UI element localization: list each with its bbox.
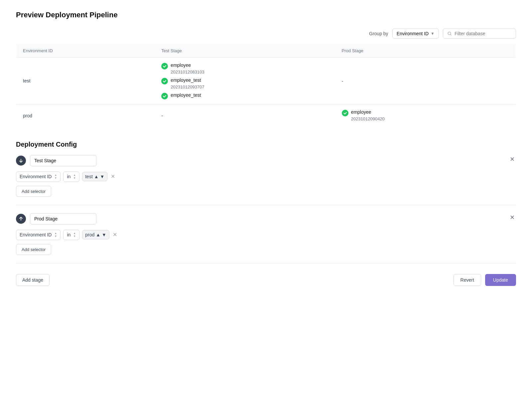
- selector-row-test: Environment ID ▲ ▼ in ▲ ▼ test ▲ ▼ ✕: [16, 172, 516, 182]
- action-buttons: Revert Update: [454, 274, 516, 286]
- filter-input[interactable]: [455, 31, 512, 36]
- env-id-cell: prod: [16, 104, 155, 127]
- table-row: test employee20231012083103 employee_tes…: [16, 58, 516, 104]
- operator-updown-icon: ▲ ▼: [73, 232, 76, 238]
- col-test-stage: Test Stage: [155, 44, 335, 58]
- stage-header-test: [16, 155, 516, 166]
- col-environment-id: Environment ID: [16, 44, 155, 58]
- stage-entry: employee20231012090420: [342, 109, 509, 122]
- check-circle-icon: [161, 78, 168, 84]
- add-selector-prod-button[interactable]: Add selector: [16, 244, 51, 255]
- prod-stage-cell: -: [335, 58, 516, 104]
- prod-stage-cell: employee20231012090420: [335, 104, 516, 127]
- check-circle-icon: [161, 63, 168, 69]
- stage-entry: employee20231012083103: [161, 62, 328, 75]
- value-tag-test[interactable]: test ▲ ▼: [82, 172, 107, 181]
- operator-label: in: [67, 232, 70, 237]
- add-selector-test-button[interactable]: Add selector: [16, 186, 51, 197]
- field-updown-icon: ▲ ▼: [54, 232, 57, 238]
- operator-selector-test[interactable]: in ▲ ▼: [63, 172, 79, 182]
- selector-row-prod: Environment ID ▲ ▼ in ▲ ▼ prod ▲ ▼ ✕: [16, 230, 516, 240]
- stage-name: employee_test: [171, 92, 201, 99]
- search-icon: [447, 31, 452, 36]
- page-title: Preview Deployment Pipeline: [16, 11, 516, 19]
- stage-down-icon-button[interactable]: [16, 156, 26, 166]
- svg-point-0: [448, 32, 451, 35]
- filter-input-wrap: [443, 29, 516, 39]
- value-label: test: [85, 174, 93, 179]
- operator-selector-prod[interactable]: in ▲ ▼: [63, 230, 79, 240]
- test-stage-cell: employee20231012083103 employee_test2023…: [155, 58, 335, 104]
- group-by-select[interactable]: Environment ID ▼: [392, 29, 439, 39]
- close-stage-test-button[interactable]: ✕: [508, 155, 516, 164]
- table-row: prod - employee20231012090420: [16, 104, 516, 127]
- stage-block-prod: ✕ Environment ID ▲ ▼ in ▲ ▼ prod: [16, 213, 516, 263]
- field-label: Environment ID: [20, 174, 52, 179]
- stage-block-test: ✕ Environment ID ▲ ▼ in ▲ ▼ test: [16, 155, 516, 205]
- stage-entry: employee_test20231012093707: [161, 77, 328, 90]
- value-label: prod: [85, 232, 94, 237]
- stage-name: employee20231012083103: [171, 62, 204, 75]
- remove-selector-prod-button[interactable]: ✕: [112, 232, 118, 237]
- add-stage-button[interactable]: Add stage: [16, 274, 50, 286]
- col-prod-stage: Prod Stage: [335, 44, 516, 58]
- section-title-deployment-config: Deployment Config: [16, 141, 516, 148]
- stage-name: employee20231012090420: [351, 109, 385, 122]
- check-circle-icon: [342, 110, 348, 116]
- field-selector-test[interactable]: Environment ID ▲ ▼: [16, 172, 61, 182]
- arrow-down-icon: [19, 158, 23, 163]
- revert-button[interactable]: Revert: [454, 274, 481, 286]
- arrow-up-icon: [19, 216, 23, 221]
- stage-up-icon-button[interactable]: [16, 214, 26, 224]
- stage-name: employee_test20231012093707: [171, 77, 204, 90]
- value-tag-prod[interactable]: prod ▲ ▼: [82, 230, 109, 239]
- remove-selector-test-button[interactable]: ✕: [110, 174, 116, 179]
- stage-header-prod: [16, 213, 516, 224]
- update-button[interactable]: Update: [485, 274, 516, 286]
- operator-updown-icon: ▲ ▼: [73, 174, 76, 180]
- toolbar: Group by Environment ID ▼: [16, 29, 516, 39]
- bottom-actions: Add stage Revert Update: [16, 271, 516, 286]
- env-id-cell: test: [16, 58, 155, 104]
- check-circle-icon: [161, 93, 168, 99]
- field-label: Environment ID: [20, 232, 52, 237]
- group-by-value: Environment ID: [397, 31, 429, 36]
- test-stage-cell: -: [155, 104, 335, 127]
- chevron-down-icon: ▼: [431, 31, 435, 36]
- stage-entry: employee_test: [161, 92, 328, 99]
- close-stage-prod-button[interactable]: ✕: [508, 213, 516, 222]
- value-updown-icon: ▲ ▼: [96, 232, 106, 237]
- group-by-label: Group by: [369, 31, 388, 36]
- stage-name-input-test[interactable]: [30, 155, 96, 166]
- operator-label: in: [67, 174, 70, 179]
- field-selector-prod[interactable]: Environment ID ▲ ▼: [16, 230, 61, 240]
- pipeline-table: Environment ID Test Stage Prod Stage tes…: [16, 44, 516, 127]
- value-updown-icon: ▲ ▼: [94, 174, 105, 179]
- field-updown-icon: ▲ ▼: [54, 174, 57, 180]
- stage-name-input-prod[interactable]: [30, 213, 96, 224]
